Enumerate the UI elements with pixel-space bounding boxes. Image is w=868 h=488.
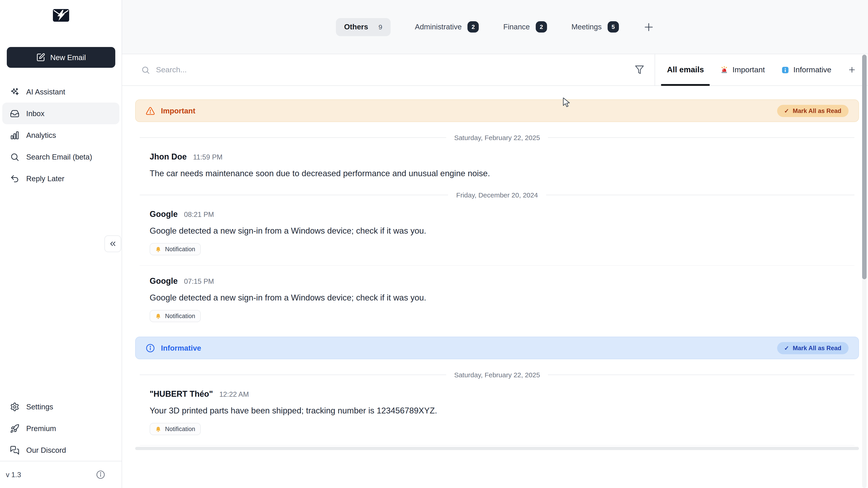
app-version: v 1.3 xyxy=(6,470,21,479)
date-separator: Saturday, February 22, 2025 xyxy=(140,134,855,141)
view-tabs: All emails Important Informative xyxy=(655,54,868,86)
mark-all-read-button[interactable]: ✓ Mark All as Read xyxy=(777,105,848,117)
check-icon: ✓ xyxy=(784,345,789,351)
sidebar-item-label: Settings xyxy=(26,402,53,411)
sidebar-item-label: Premium xyxy=(26,424,56,433)
email-time: 08:21 PM xyxy=(184,210,214,219)
info-circle-icon xyxy=(96,470,105,480)
chevrons-left-icon xyxy=(108,239,117,248)
tab-label: All emails xyxy=(667,65,704,74)
informative-banner: Informative ✓ Mark All as Read xyxy=(135,337,859,359)
sidebar-item-reply-later[interactable]: Reply Later xyxy=(2,168,119,189)
bar-chart-icon xyxy=(10,130,20,140)
mark-all-read-label: Mark All as Read xyxy=(793,107,841,114)
category-label: Others xyxy=(344,23,368,31)
add-view-tab-button[interactable] xyxy=(848,66,856,74)
sidebar-item-label: AI Assistant xyxy=(26,88,65,96)
mark-all-read-button[interactable]: ✓ Mark All as Read xyxy=(777,342,848,354)
tag-label: Notification xyxy=(165,313,195,320)
plus-icon xyxy=(643,22,654,32)
sidebar-item-inbox[interactable]: Inbox xyxy=(2,103,119,124)
category-tab-finance[interactable]: Finance 2 xyxy=(503,21,547,33)
category-tab-meetings[interactable]: Meetings 5 xyxy=(571,21,619,33)
siren-icon xyxy=(720,66,728,74)
category-count-badge: 5 xyxy=(608,21,619,33)
bell-icon xyxy=(155,313,161,319)
category-count: 9 xyxy=(379,23,382,31)
new-email-label: New Email xyxy=(50,53,86,62)
search-row: All emails Important Informative xyxy=(122,54,868,86)
version-row: v 1.3 xyxy=(0,461,122,488)
warning-triangle-icon xyxy=(146,106,155,116)
search-icon xyxy=(141,65,150,74)
category-tab-bar: Others 9 Administrative 2 Finance 2 Meet… xyxy=(122,0,868,54)
email-group-important: Important ✓ Mark All as Read Saturday, F… xyxy=(135,99,859,323)
email-row[interactable]: Google 07:15 PM Google detected a new si… xyxy=(135,266,859,323)
tag-label: Notification xyxy=(165,246,195,253)
search-input[interactable] xyxy=(156,65,634,74)
notification-tag: Notification xyxy=(150,310,201,322)
category-label: Administrative xyxy=(415,23,462,31)
sidebar-item-premium[interactable]: Premium xyxy=(2,418,119,439)
tab-informative[interactable]: Informative xyxy=(781,54,831,86)
email-app: New Email AI Assistant Inbox xyxy=(0,0,868,488)
chat-bubbles-icon xyxy=(10,445,20,455)
tab-important[interactable]: Important xyxy=(720,54,765,86)
sidebar-item-label: Search Email (beta) xyxy=(26,153,92,161)
important-banner: Important ✓ Mark All as Read xyxy=(135,99,859,122)
info-button[interactable] xyxy=(96,470,105,480)
email-row[interactable]: Google 08:21 PM Google detected a new si… xyxy=(135,199,859,256)
email-row[interactable]: Jhon Doe 11:59 PM The car needs maintena… xyxy=(135,141,859,180)
category-tab-administrative[interactable]: Administrative 2 xyxy=(415,21,479,33)
compose-pencil-icon xyxy=(36,53,45,62)
category-label: Finance xyxy=(503,23,530,31)
search-icon xyxy=(10,152,20,162)
inbox-icon xyxy=(10,109,20,118)
info-square-icon xyxy=(781,66,789,74)
tag-label: Notification xyxy=(165,426,195,432)
sidebar: New Email AI Assistant Inbox xyxy=(0,0,122,488)
category-tab-others[interactable]: Others 9 xyxy=(336,18,391,36)
email-sender: Google xyxy=(150,210,178,219)
scrollbar-thumb[interactable] xyxy=(862,55,867,279)
banner-label: Informative xyxy=(161,344,201,352)
notification-tag: Notification xyxy=(150,243,201,255)
sidebar-item-search-email[interactable]: Search Email (beta) xyxy=(2,146,119,168)
sidebar-collapse-button[interactable] xyxy=(104,235,121,252)
sidebar-item-label: Inbox xyxy=(26,109,44,118)
scrollbar-track[interactable] xyxy=(862,55,867,488)
email-divider xyxy=(140,445,855,446)
bell-icon xyxy=(155,246,161,252)
sidebar-nav: AI Assistant Inbox Analytics xyxy=(0,81,122,189)
sidebar-item-discord[interactable]: Our Discord xyxy=(2,439,119,461)
new-email-button[interactable]: New Email xyxy=(7,47,115,68)
info-circle-icon xyxy=(146,343,155,353)
email-list: Important ✓ Mark All as Read Saturday, F… xyxy=(122,86,868,488)
mark-all-read-label: Mark All as Read xyxy=(793,345,841,351)
sidebar-item-label: Our Discord xyxy=(26,446,66,454)
email-sender: "HUBERT Théo" xyxy=(150,390,213,399)
sidebar-item-ai-assistant[interactable]: AI Assistant xyxy=(2,81,119,103)
add-category-button[interactable] xyxy=(643,22,654,32)
email-body: Your 3D printed parts have been shipped;… xyxy=(150,406,844,416)
rocket-icon xyxy=(10,424,20,433)
gear-icon xyxy=(10,402,20,412)
sidebar-item-analytics[interactable]: Analytics xyxy=(2,124,119,146)
notification-tag: Notification xyxy=(150,423,201,435)
date-label: Saturday, February 22, 2025 xyxy=(454,134,540,141)
category-count-badge: 2 xyxy=(468,21,479,33)
category-count-badge: 2 xyxy=(536,21,547,33)
email-row[interactable]: "HUBERT Théo" 12:22 AM Your 3D printed p… xyxy=(135,379,859,436)
tab-all-emails[interactable]: All emails xyxy=(667,54,704,86)
email-sender: Google xyxy=(150,276,178,286)
email-sender: Jhon Doe xyxy=(150,152,187,162)
bell-icon xyxy=(155,426,161,432)
sidebar-item-settings[interactable]: Settings xyxy=(2,396,119,418)
date-label: Friday, December 20, 2024 xyxy=(456,191,538,199)
tab-label: Informative xyxy=(794,65,831,74)
reply-icon xyxy=(10,174,20,183)
email-body: Google detected a new sign-in from a Win… xyxy=(150,293,844,303)
filter-button[interactable] xyxy=(634,65,645,75)
sidebar-footer-nav: Settings Premium Our Discord xyxy=(0,396,122,461)
next-section-edge xyxy=(135,447,859,450)
